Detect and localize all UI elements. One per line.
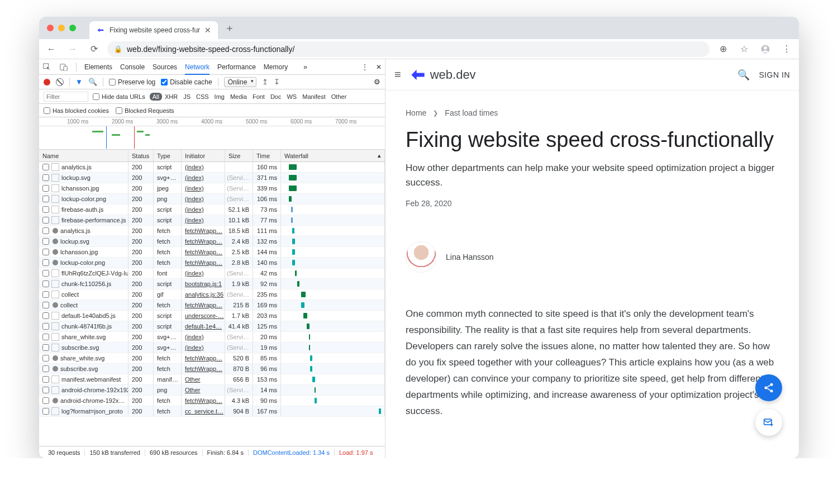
hamburger-icon[interactable]: ≡	[394, 68, 401, 81]
filter-all[interactable]: All	[150, 93, 162, 101]
table-row[interactable]: analytics.js200script(index)160 ms	[39, 162, 385, 173]
svg-point-6	[765, 387, 768, 389]
new-tab-button[interactable]: ＋	[222, 21, 237, 35]
disable-cache-checkbox[interactable]: Disable cache	[161, 78, 212, 86]
col-status[interactable]: Status	[128, 150, 154, 161]
filter-xhr[interactable]: XHR	[162, 93, 180, 101]
install-button[interactable]: ⊕	[715, 41, 731, 57]
table-row[interactable]: android-chrome-192x…200fetchfetchWrapp…4…	[39, 396, 385, 406]
table-row[interactable]: subscribe.svg200svg+…(index)(Servi…19 ms	[39, 343, 385, 353]
devtools-tab-sources[interactable]: Sources	[153, 63, 177, 71]
devtools-tab-network[interactable]: Network	[185, 63, 210, 75]
table-row[interactable]: collect200fetchfetchWrapp…215 B169 ms	[39, 300, 385, 311]
filter-input[interactable]	[44, 92, 88, 102]
col-size[interactable]: Size	[225, 150, 253, 161]
menu-button[interactable]: ⋮	[779, 41, 794, 57]
article-body: One common myth connected to site speed …	[406, 306, 779, 419]
forward-button[interactable]: →	[65, 41, 80, 57]
filter-toggle-icon[interactable]: ▼	[75, 78, 83, 86]
profile-button[interactable]	[758, 41, 773, 57]
filter-img[interactable]: Img	[212, 93, 227, 101]
table-row[interactable]: chunk-fc110256.js200scriptbootstrap.js:1…	[39, 279, 385, 289]
filter-other[interactable]: Other	[328, 93, 350, 101]
address-bar[interactable]: 🔒 web.dev/fixing-website-speed-cross-fun…	[107, 41, 710, 57]
col-time[interactable]: Time	[253, 150, 281, 161]
col-type[interactable]: Type	[154, 150, 182, 161]
devtools-menu-icon[interactable]: ⋮	[361, 63, 368, 71]
timeline-overview[interactable]: 1000 ms2000 ms3000 ms4000 ms5000 ms6000 …	[39, 117, 385, 150]
filter-manifest[interactable]: Manifest	[299, 93, 328, 101]
device-toggle-icon[interactable]	[59, 63, 68, 72]
sign-in-button[interactable]: SIGN IN	[759, 70, 790, 79]
table-row[interactable]: firebase-performance.js200script(index)1…	[39, 215, 385, 226]
table-row[interactable]: log?format=json_proto200fetchcc_service.…	[39, 406, 385, 417]
maximize-window-button[interactable]	[69, 25, 76, 31]
hide-data-urls-checkbox[interactable]: Hide data URLs	[93, 93, 145, 100]
summary-bar: 30 requests 150 kB transferred 690 kB re…	[39, 446, 385, 458]
avatar	[406, 241, 437, 273]
table-row[interactable]: flUhRq6tzZclQEJ-Vdg-Iui…200font(index)(S…	[39, 268, 385, 279]
close-window-button[interactable]	[47, 25, 54, 31]
search-icon[interactable]: 🔍	[88, 78, 97, 86]
devtools-close-icon[interactable]: ✕	[376, 63, 382, 71]
record-button[interactable]	[44, 79, 50, 85]
table-row[interactable]: default-1e40abd5.js200scriptunderscore-……	[39, 311, 385, 321]
inspect-element-icon[interactable]	[42, 63, 51, 72]
crumb-home[interactable]: Home	[406, 108, 426, 117]
brand[interactable]: web.dev	[410, 67, 476, 83]
filter-js[interactable]: JS	[180, 93, 193, 101]
table-row[interactable]: share_white.svg200fetchfetchWrapp…520 B8…	[39, 353, 385, 364]
url-bar: ← → ⟳ 🔒 web.dev/fixing-website-speed-cro…	[39, 39, 799, 59]
browser-tab[interactable]: Fixing website speed cross-fur ✕	[89, 21, 218, 39]
author-name[interactable]: Lina Hansson	[446, 253, 494, 261]
table-row[interactable]: lchansson.jpg200fetchfetchWrapp…2.5 kB14…	[39, 247, 385, 258]
devtools-tab-memory[interactable]: Memory	[264, 63, 288, 71]
table-row[interactable]: chunk-48741f6b.js200scriptdefault-1e4…41…	[39, 321, 385, 332]
filter-doc[interactable]: Doc	[268, 93, 284, 101]
filter-ws[interactable]: WS	[284, 93, 299, 101]
summary-dcl: DOMContentLoaded: 1.34 s	[249, 449, 335, 456]
upload-icon[interactable]: ↥	[262, 78, 268, 86]
table-row[interactable]: lockup-color.png200fetchfetchWrapp…2.8 k…	[39, 258, 385, 268]
clear-button[interactable]	[56, 78, 64, 86]
bookmark-button[interactable]: ☆	[736, 41, 752, 57]
back-button[interactable]: ←	[44, 41, 59, 57]
col-waterfall[interactable]: Waterfall▴	[281, 150, 385, 161]
table-row[interactable]: analytics.js200fetchfetchWrapp…18.5 kB11…	[39, 226, 385, 236]
table-row[interactable]: lchansson.jpg200jpeg(index)(Servi…339 ms	[39, 183, 385, 194]
table-row[interactable]: share_white.svg200svg+…(index)(Servi…20 …	[39, 332, 385, 343]
throttling-select[interactable]: Online	[224, 77, 257, 87]
page-content: ≡ web.dev 🔍 SIGN IN Home ❯ Fast load tim…	[385, 59, 799, 458]
filter-font[interactable]: Font	[250, 93, 268, 101]
download-icon[interactable]: ↧	[274, 78, 280, 86]
share-button[interactable]	[755, 374, 782, 401]
table-row[interactable]: manifest.webmanifest200manif…Other656 B1…	[39, 374, 385, 385]
table-row[interactable]: collect200gifanalytics.js:36(Servi…235 m…	[39, 289, 385, 300]
table-body[interactable]: analytics.js200script(index)160 mslockup…	[39, 162, 385, 446]
publish-date: Feb 28, 2020	[406, 199, 779, 208]
table-row[interactable]: android-chrome-192x192.…200pngOther(Serv…	[39, 385, 385, 396]
crumb-fast[interactable]: Fast load times	[445, 108, 498, 117]
preserve-log-checkbox[interactable]: Preserve log	[109, 78, 155, 86]
table-row[interactable]: subscribe.svg200fetchfetchWrapp…870 B96 …	[39, 364, 385, 374]
more-tabs-icon[interactable]: »	[303, 63, 307, 71]
settings-icon[interactable]: ⚙	[374, 78, 380, 86]
devtools-tab-elements[interactable]: Elements	[84, 63, 112, 71]
table-row[interactable]: lockup-color.png200png(index)(Servi…106 …	[39, 194, 385, 205]
filter-media[interactable]: Media	[227, 93, 250, 101]
site-search-icon[interactable]: 🔍	[737, 69, 750, 81]
minimize-window-button[interactable]	[58, 25, 65, 31]
filter-css[interactable]: CSS	[193, 93, 212, 101]
close-tab-button[interactable]: ✕	[204, 26, 211, 35]
table-row[interactable]: lockup.svg200svg+…(index)(Servi…371 ms	[39, 173, 385, 183]
table-row[interactable]: firebase-auth.js200script(index)52.1 kB7…	[39, 205, 385, 215]
devtools-tab-console[interactable]: Console	[120, 63, 145, 71]
blocked-requests-checkbox[interactable]: Blocked Requests	[116, 107, 174, 114]
table-row[interactable]: lockup.svg200fetchfetchWrapp…2.4 kB132 m…	[39, 236, 385, 247]
devtools-tab-performance[interactable]: Performance	[217, 63, 256, 71]
subscribe-button[interactable]	[755, 409, 782, 436]
has-blocked-cookies-checkbox[interactable]: Has blocked cookies	[44, 107, 109, 114]
col-initiator[interactable]: Initiator	[182, 150, 225, 161]
col-name[interactable]: Name	[39, 150, 128, 161]
reload-button[interactable]: ⟳	[86, 41, 102, 57]
